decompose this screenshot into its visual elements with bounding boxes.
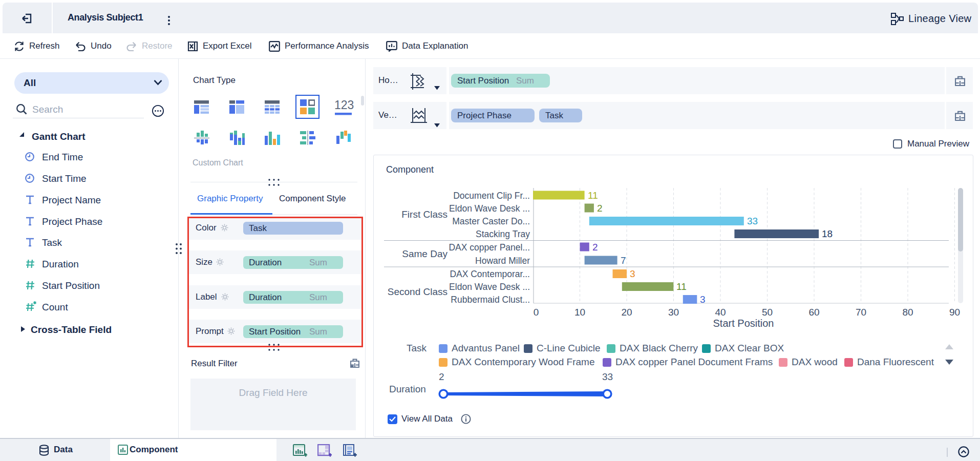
svg-text:3: 3 [700, 294, 706, 305]
svg-text:123: 123 [334, 99, 354, 112]
svg-text:2: 2 [597, 203, 603, 214]
svg-text:DAX copper Panel...: DAX copper Panel... [449, 242, 530, 253]
svg-text:10: 10 [574, 307, 585, 318]
svg-text:33: 33 [747, 216, 758, 226]
svg-text:0: 0 [534, 307, 539, 318]
svg-text:Same Day: Same Day [402, 248, 448, 259]
svg-text:40: 40 [715, 307, 726, 318]
svg-text:Howard Miller: Howard Miller [475, 256, 530, 266]
svg-text:DAX Contemporar...: DAX Contemporar... [450, 269, 530, 279]
svg-text:First Class: First Class [401, 209, 448, 220]
svg-text:20: 20 [621, 307, 632, 318]
svg-text:50: 50 [762, 307, 773, 318]
svg-text:30: 30 [668, 307, 679, 318]
svg-text:80: 80 [902, 307, 913, 318]
svg-text:11: 11 [676, 281, 687, 292]
svg-text:18: 18 [822, 228, 833, 239]
svg-text:Eldon Wave Desk ...: Eldon Wave Desk ... [449, 282, 530, 292]
svg-text:2: 2 [592, 242, 598, 253]
svg-text:Master Caster Do...: Master Caster Do... [452, 216, 530, 226]
svg-text:Rubbermaid Clust...: Rubbermaid Clust... [451, 295, 530, 305]
svg-text:Stacking Tray: Stacking Tray [476, 229, 530, 239]
svg-text:Eldon Wave Desk ...: Eldon Wave Desk ... [449, 203, 530, 214]
svg-text:7: 7 [621, 255, 626, 266]
svg-text:3: 3 [630, 268, 635, 279]
svg-text:Start Position: Start Position [713, 318, 774, 329]
svg-text:Document Clip Fr...: Document Clip Fr... [453, 191, 530, 201]
svg-text:Second Class: Second Class [388, 286, 448, 297]
svg-text:90: 90 [949, 307, 960, 318]
svg-text:70: 70 [856, 307, 866, 318]
svg-text:11: 11 [588, 190, 598, 201]
svg-text:60: 60 [808, 307, 819, 318]
